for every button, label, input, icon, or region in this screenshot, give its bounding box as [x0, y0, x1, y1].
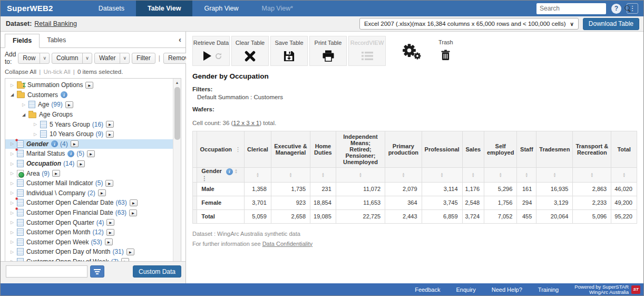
drill-arrow-icon[interactable]: ▶: [105, 180, 113, 187]
table-cell[interactable]: 1,358: [245, 182, 271, 196]
table-cell[interactable]: 3,114: [422, 182, 462, 196]
expand-node-icon[interactable]: ▷: [8, 200, 16, 205]
chevron-down-icon[interactable]: ∨: [40, 53, 49, 63]
column-header-tradesmen[interactable]: Tradesmen: [536, 131, 573, 168]
column-sort-cell[interactable]: ▲▼: [422, 168, 462, 183]
column-header-home-duties[interactable]: Home Duties: [310, 131, 336, 168]
column-menu-kebab-icon[interactable]: ⋮: [235, 146, 241, 152]
table-cell[interactable]: 3,129: [536, 196, 573, 209]
table-cell[interactable]: 19,085: [310, 209, 336, 223]
column-header-primary-production[interactable]: Primary production: [385, 131, 422, 168]
table-cell[interactable]: 18,854: [310, 196, 336, 209]
field-item-customer-open-day-of-month[interactable]: ▷Customer Open Day of Month(31)▶: [5, 247, 181, 257]
column-header-staff[interactable]: Staff: [517, 131, 536, 168]
table-cell[interactable]: 49,200: [611, 196, 637, 209]
info-icon[interactable]: i: [226, 168, 233, 175]
column-header-total[interactable]: Total: [611, 131, 637, 168]
table-cell[interactable]: 455: [517, 209, 536, 223]
drill-arrow-icon[interactable]: ▶: [87, 150, 95, 157]
column-header-sales[interactable]: Sales: [462, 131, 484, 168]
drill-arrow-icon[interactable]: ▶: [126, 249, 134, 255]
drill-arrow-icon[interactable]: ▶: [106, 131, 114, 138]
nav-item-datasets[interactable]: Datasets: [87, 1, 136, 16]
table-cell[interactable]: 2,863: [573, 182, 611, 196]
print-table-button[interactable]: Print Table: [309, 36, 347, 66]
drill-arrow-icon[interactable]: ▶: [71, 140, 79, 147]
scroll-up-icon[interactable]: ▲: [173, 79, 181, 87]
add-to-wafer-button[interactable]: Wafer∨: [94, 53, 130, 64]
table-cell[interactable]: 95,220: [611, 209, 637, 223]
column-sort-cell[interactable]: ▲▼: [484, 168, 517, 183]
sort-icon[interactable]: ▲▼: [402, 173, 405, 178]
cell-count-link[interactable]: 12 x 3 x 1: [233, 120, 259, 126]
field-item-summation-options[interactable]: ▷Summation Options▶: [5, 80, 181, 90]
info-icon[interactable]: i: [51, 140, 58, 147]
field-item-customer-open-quarter[interactable]: ▷Customer Open Quarter(4)▶: [5, 217, 181, 227]
row-label[interactable]: Female: [197, 196, 245, 209]
data-confidentiality-link[interactable]: Data Confidentiality: [262, 241, 313, 247]
row-label[interactable]: Total: [197, 209, 245, 223]
table-cell[interactable]: 2,548: [462, 196, 484, 209]
table-cell[interactable]: 5,296: [484, 182, 517, 196]
nav-item-table-view[interactable]: Table View: [136, 1, 192, 16]
table-cell[interactable]: 1,735: [271, 182, 310, 196]
expand-node-icon[interactable]: ▷: [32, 132, 39, 137]
field-item-area[interactable]: ▷Area(9)▶: [5, 168, 181, 178]
table-cell[interactable]: 2,443: [385, 209, 422, 223]
export-format-select[interactable]: Excel 2007 (.xlsx)(max 16,384 columns x …: [359, 18, 579, 30]
field-item-age-groups[interactable]: ◢Age Groups: [5, 110, 181, 120]
column-sort-cell[interactable]: ▲▼: [310, 168, 336, 183]
column-sort-cell[interactable]: ▲▼: [611, 168, 637, 183]
custom-data-button[interactable]: Custom Data: [133, 265, 181, 278]
table-cell[interactable]: 2,233: [573, 196, 611, 209]
drill-arrow-icon[interactable]: ▶: [98, 189, 106, 196]
table-options-gear-icon[interactable]: [402, 43, 423, 62]
expand-node-icon[interactable]: ▷: [32, 122, 39, 127]
sort-icon[interactable]: ▲▼: [590, 173, 593, 178]
drill-arrow-icon[interactable]: ▶: [129, 209, 137, 216]
field-item-customer-open-month[interactable]: ▷Customer Open Month(12)▶: [5, 227, 181, 237]
expand-node-icon[interactable]: ▷: [8, 190, 16, 195]
column-sort-cell[interactable]: ▲▼: [336, 168, 385, 183]
table-cell[interactable]: 2,079: [385, 182, 422, 196]
table-cell[interactable]: 294: [517, 196, 536, 209]
expand-node-icon[interactable]: ▷: [8, 181, 16, 186]
table-cell[interactable]: 161: [517, 182, 536, 196]
expand-node-icon[interactable]: ▷: [8, 240, 16, 244]
sort-icon[interactable]: ▲▼: [321, 173, 325, 178]
expand-node-icon[interactable]: ▷: [8, 83, 16, 88]
field-item-5-years-group[interactable]: ▷5 Years Group(16)▶: [5, 119, 181, 129]
column-sort-cell[interactable]: ▲▼: [245, 168, 271, 183]
column-header-executive-managerial[interactable]: Executive & Managerial: [271, 131, 310, 168]
footer-link-feedback[interactable]: Feedback: [415, 287, 440, 293]
field-item-marital-status[interactable]: ▷Marital Statusi(5)▶: [5, 149, 181, 159]
download-table-button[interactable]: Download Table: [583, 18, 639, 30]
drill-arrow-icon[interactable]: ▶: [106, 121, 114, 128]
expand-node-icon[interactable]: ▷: [8, 230, 16, 235]
drill-arrow-icon[interactable]: ▶: [85, 82, 93, 89]
info-icon[interactable]: i: [61, 91, 67, 98]
table-cell[interactable]: 7,052: [484, 209, 517, 223]
table-cell[interactable]: 3,701: [245, 196, 271, 209]
nav-item-map-view[interactable]: Map View*: [250, 1, 305, 16]
tab-fields[interactable]: Fields: [5, 34, 40, 48]
sort-icon[interactable]: ▲▼: [472, 173, 475, 178]
column-header-professional[interactable]: Professional: [422, 131, 462, 168]
row-dimension-header[interactable]: Gender i ▲▼ ⋮: [197, 168, 245, 183]
untick-all-link[interactable]: Un-tick All: [44, 69, 71, 75]
field-item-age[interactable]: ▷Age(99)▶: [5, 100, 181, 110]
footer-link-need-help[interactable]: Need Help?: [492, 287, 522, 293]
drill-arrow-icon[interactable]: ▶: [106, 219, 114, 226]
table-cell[interactable]: 3,745: [422, 196, 462, 209]
drill-arrow-icon[interactable]: ▶: [77, 160, 85, 167]
table-cell[interactable]: 11,653: [336, 196, 385, 209]
table-cell[interactable]: 22,725: [336, 209, 385, 223]
field-item-customer-open-week[interactable]: ▷Customer Open Week(53)▶: [5, 237, 181, 247]
column-sort-cell[interactable]: ▲▼: [462, 168, 484, 183]
table-cell[interactable]: 5,059: [245, 209, 271, 223]
nav-item-graph-view[interactable]: Graph View: [192, 1, 250, 16]
add-to-filter-button[interactable]: Filter: [132, 53, 155, 64]
drill-arrow-icon[interactable]: ▶: [105, 238, 113, 245]
column-header-clerical[interactable]: Clerical: [245, 131, 271, 168]
scrollbar-thumb[interactable]: [174, 87, 180, 140]
